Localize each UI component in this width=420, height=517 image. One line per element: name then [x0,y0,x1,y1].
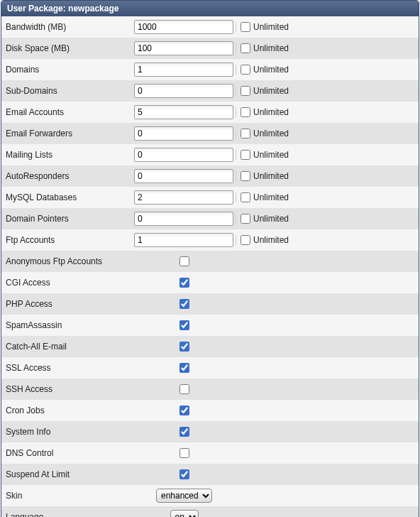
user-package-panel: User Package: newpackage Bandwidth (MB)U… [1,0,419,517]
table-row: SpamAssassin [1,315,419,336]
setting-label: AutoResponders [1,171,133,181]
feature-checkbox[interactable] [179,406,189,415]
feature-checkbox[interactable] [179,299,189,309]
setting-value-cell [133,169,236,183]
unlimited-cell: Unlimited [236,107,419,117]
setting-label: Language [1,512,133,517]
quota-input[interactable] [134,169,233,183]
setting-label: Skin [1,491,133,501]
setting-label: Bandwidth (MB) [1,22,133,32]
setting-value-cell [133,41,236,55]
setting-label: SpamAssassin [1,320,133,330]
quota-input[interactable] [134,84,233,98]
quota-input[interactable] [134,212,233,226]
settings-rows: Bandwidth (MB)UnlimitedDisk Space (MB)Un… [1,16,419,517]
unlimited-checkbox[interactable] [241,86,250,96]
unlimited-label: Unlimited [253,22,289,32]
setting-label: SSL Access [1,363,133,373]
unlimited-checkbox[interactable] [241,65,250,75]
setting-label: Domains [1,65,133,75]
table-row: Email ForwardersUnlimited [1,123,419,144]
setting-label: Cron Jobs [1,406,133,415]
feature-checkbox-cell [133,406,236,415]
language-select[interactable]: en [170,510,199,517]
quota-input[interactable] [134,148,233,162]
feature-checkbox-cell [133,448,236,458]
unlimited-checkbox[interactable] [241,107,250,117]
unlimited-label: Unlimited [253,86,289,96]
setting-value-cell [133,148,236,162]
feature-checkbox[interactable] [179,448,189,458]
unlimited-label: Unlimited [253,43,289,53]
unlimited-checkbox[interactable] [241,235,250,245]
unlimited-cell: Unlimited [236,214,419,224]
unlimited-cell: Unlimited [236,171,419,181]
unlimited-checkbox[interactable] [241,214,250,224]
setting-label: Email Forwarders [1,129,133,138]
unlimited-label: Unlimited [253,150,289,160]
setting-label: PHP Access [1,299,133,309]
feature-checkbox-cell [133,384,236,394]
unlimited-checkbox[interactable] [241,129,250,138]
table-row: Ftp AccountsUnlimited [1,229,419,251]
table-row: Email AccountsUnlimited [1,102,419,123]
table-row: DomainsUnlimited [1,59,419,80]
unlimited-checkbox[interactable] [241,192,250,202]
quota-input[interactable] [134,233,233,247]
quota-input[interactable] [134,190,233,205]
setting-value-cell [133,62,236,77]
unlimited-checkbox[interactable] [241,43,250,53]
feature-checkbox[interactable] [179,278,189,288]
unlimited-cell: Unlimited [236,129,419,138]
setting-label: SSH Access [1,384,133,394]
setting-label: DNS Control [1,448,133,458]
feature-checkbox[interactable] [179,427,189,437]
table-row: Disk Space (MB)Unlimited [1,38,419,59]
unlimited-cell: Unlimited [236,65,419,75]
quota-input[interactable] [134,20,233,34]
feature-checkbox[interactable] [179,342,189,352]
quota-input[interactable] [134,105,233,119]
unlimited-checkbox[interactable] [241,150,250,160]
unlimited-checkbox[interactable] [241,22,250,32]
setting-label: Domain Pointers [1,214,133,224]
unlimited-cell: Unlimited [236,192,419,202]
quota-input[interactable] [134,41,233,55]
setting-label: Anonymous Ftp Accounts [1,256,133,266]
feature-checkbox[interactable] [179,469,189,479]
feature-checkbox-cell [133,363,236,373]
unlimited-label: Unlimited [253,65,289,75]
table-row: Cron Jobs [1,400,419,421]
table-row: CGI Access [1,272,419,293]
skin-select[interactable]: enhanced [156,489,212,503]
table-row: Catch-All E-mail [1,336,419,357]
setting-label: Mailing Lists [1,150,133,160]
quota-input[interactable] [134,62,233,77]
setting-label: Suspend At Limit [1,469,133,479]
table-row: SSL Access [1,357,419,379]
unlimited-label: Unlimited [253,171,289,181]
quota-input[interactable] [134,126,233,141]
unlimited-cell: Unlimited [236,22,419,32]
table-row: MySQL DatabasesUnlimited [1,187,419,208]
unlimited-label: Unlimited [253,192,289,202]
unlimited-cell: Unlimited [236,235,419,245]
feature-checkbox[interactable] [179,320,189,330]
select-cell: en [133,510,236,517]
feature-checkbox-cell [133,427,236,437]
feature-checkbox-cell [133,256,236,266]
table-row: AutoRespondersUnlimited [1,165,419,187]
table-row: DNS Control [1,442,419,464]
unlimited-cell: Unlimited [236,150,419,160]
setting-value-cell [133,212,236,226]
setting-value-cell [133,20,236,34]
setting-label: Ftp Accounts [1,235,133,245]
unlimited-cell: Unlimited [236,43,419,53]
feature-checkbox[interactable] [179,384,189,394]
table-row: Sub-DomainsUnlimited [1,80,419,102]
feature-checkbox[interactable] [179,363,189,373]
feature-checkbox[interactable] [179,256,189,266]
unlimited-cell: Unlimited [236,86,419,96]
unlimited-checkbox[interactable] [241,171,250,181]
table-row: SSH Access [1,379,419,400]
